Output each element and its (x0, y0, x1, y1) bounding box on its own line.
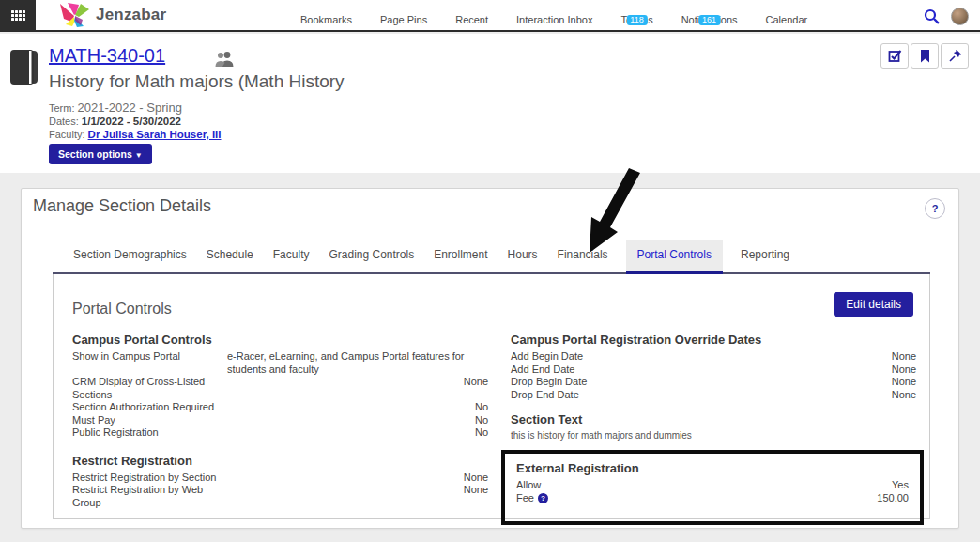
topbar-nav-item[interactable]: 118 To Dos (619, 14, 654, 32)
field-label: Section Authorization Required? (72, 401, 227, 414)
pin-button[interactable] (941, 43, 969, 69)
card-title: Manage Section Details (33, 196, 211, 216)
pin-icon (948, 50, 961, 63)
detail-row: Allow? Yes (516, 479, 909, 492)
field-value: None (227, 472, 488, 485)
field-label: Restrict Registration by Section? (72, 472, 227, 485)
detail-columns: Campus Portal Controls Show in Campus Po… (72, 333, 916, 525)
dates-value: 1/1/2022 - 5/30/2022 (82, 116, 181, 127)
tab-label: Faculty (273, 248, 310, 261)
field-value: None (666, 350, 916, 364)
course-code-link[interactable]: MATH-340-01 (49, 45, 165, 67)
field-value: None (666, 364, 916, 377)
field-value: No (227, 414, 488, 427)
avatar[interactable] (951, 8, 969, 25)
topbar-nav-item[interactable]: Page Pins (378, 14, 429, 32)
tab-label: Section Demographics (73, 248, 187, 261)
edit-check-button[interactable] (880, 43, 909, 69)
detail-row: CRM Display of Cross-Listed Sections? No… (72, 376, 488, 401)
caret-down-icon: ▼ (135, 151, 143, 160)
apps-menu-button[interactable] (0, 0, 36, 31)
tab[interactable]: Financials (556, 240, 610, 272)
topbar-nav-item[interactable]: Calendar (764, 14, 810, 32)
field-value: None (666, 389, 916, 402)
section-heading: Campus Portal Registration Override Date… (511, 333, 916, 347)
field-label: Add End Date? (511, 364, 666, 377)
portal-controls-panel: Edit details Portal Controls Campus Port… (53, 274, 930, 519)
dates-label: Dates: (49, 116, 79, 127)
search-icon[interactable] (924, 8, 940, 24)
help-button[interactable]: ? (925, 198, 945, 219)
topbar-nav-item[interactable]: Interaction Inbox (514, 14, 594, 32)
faculty-label: Faculty: (49, 129, 85, 140)
field-label: Allow? (516, 479, 671, 492)
jenzabar-app: Jenzabar Bookmarks Page Pins Recent (0, 0, 980, 542)
field-value: 150.00 (671, 492, 909, 505)
tab[interactable]: Reporting (739, 240, 791, 272)
restrict-registration-rows: Restrict Registration by Section? None R… (72, 472, 488, 510)
bookmark-button[interactable] (911, 43, 939, 69)
topbar-nav: Bookmarks Page Pins Recent Interaction I… (299, 0, 809, 32)
people-icon[interactable] (214, 51, 235, 67)
detail-row: Fee? 150.00 (516, 492, 909, 505)
detail-row: Drop End Date? None (511, 389, 916, 402)
topbar-nav-item[interactable]: Recent (453, 14, 490, 32)
panel-heading: Portal Controls (72, 301, 172, 317)
tab[interactable]: Enrollment (432, 240, 489, 272)
info-icon[interactable]: ? (538, 493, 548, 503)
tab[interactable]: Schedule (205, 240, 255, 272)
section-heading: Section Text (511, 412, 916, 426)
tab[interactable]: Hours (506, 240, 540, 272)
tab[interactable]: Grading Controls (327, 240, 416, 272)
course-title: History for Math majors (Math History (49, 71, 345, 92)
right-column: Campus Portal Registration Override Date… (511, 333, 916, 525)
term-value: 2021-2022 - Spring (78, 101, 182, 115)
section-text-value: this is history for math majors and dumm… (511, 430, 916, 441)
field-label: Fee? (516, 492, 671, 505)
detail-row: Must Pay? No (72, 414, 488, 427)
campus-portal-controls-rows: Show in Campus Portal? e-Racer, eLearnin… (72, 350, 488, 440)
detail-row: Add End Date? None (511, 364, 916, 377)
menu-grid-icon (11, 10, 25, 21)
detail-row: Public Registration? No (72, 426, 488, 440)
field-value: No (227, 401, 488, 414)
edit-details-button[interactable]: Edit details (834, 292, 913, 317)
nav-label: Page Pins (380, 14, 427, 25)
tab-label: Financials (558, 248, 608, 261)
topbar-nav-item[interactable]: 161 Notifications (680, 14, 740, 32)
edit-check-icon (888, 49, 902, 63)
count-badge: 118 (626, 15, 647, 25)
section-options-button[interactable]: Section options ▼ (49, 144, 152, 164)
tab[interactable]: Portal Controls (626, 240, 723, 272)
section-heading: Campus Portal Controls (72, 333, 488, 347)
book-icon (9, 49, 39, 86)
brand[interactable]: Jenzabar (58, 2, 166, 28)
tab-label: Hours (508, 248, 538, 261)
nav-label: Calendar (766, 14, 808, 25)
detail-row: Drop Begin Date? None (511, 376, 916, 389)
field-value: None (227, 376, 488, 401)
field-label: CRM Display of Cross-Listed Sections? (72, 376, 227, 401)
count-badge: 161 (698, 15, 720, 25)
field-label: Drop Begin Date? (511, 376, 666, 389)
topbar-nav-item[interactable]: Bookmarks (299, 14, 354, 32)
field-label: Drop End Date? (511, 389, 666, 402)
external-registration-rows: Allow? Yes Fee? 150.00 (516, 479, 909, 504)
field-value: Yes (671, 479, 909, 492)
section-heading: External Registration (516, 461, 909, 475)
course-meta: Term: 2021-2022 - Spring Dates: 1/1/2022… (49, 101, 221, 141)
nav-label: Recent (455, 14, 488, 25)
tab-label: Grading Controls (329, 248, 414, 261)
field-value: No (227, 426, 488, 440)
topbar: Jenzabar Bookmarks Page Pins Recent (0, 0, 980, 32)
term-line: Term: 2021-2022 - Spring (49, 101, 221, 115)
detail-row: Show in Campus Portal? e-Racer, eLearnin… (72, 350, 488, 376)
tab-bar: Section Demographics Schedule Faculty Gr… (53, 232, 930, 274)
faculty-link[interactable]: Dr Julisa Sarah Houser, III (88, 129, 222, 140)
tab[interactable]: Faculty (271, 240, 312, 272)
tab[interactable]: Section Demographics (71, 240, 189, 272)
brand-name: Jenzabar (96, 6, 166, 24)
field-label: Must Pay? (72, 414, 227, 427)
help-icon: ? (932, 203, 939, 214)
detail-row: Add Begin Date? None (511, 350, 916, 364)
